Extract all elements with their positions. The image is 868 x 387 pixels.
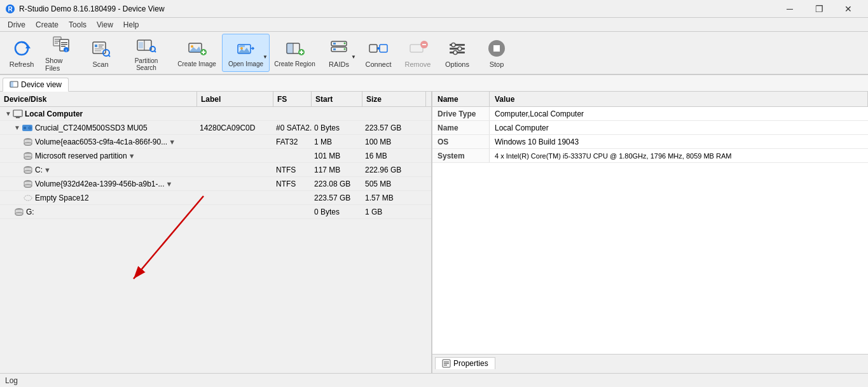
svg-marker-29 — [189, 46, 202, 52]
start-cell: 0 Bytes — [312, 205, 362, 218]
title-bar-controls[interactable]: ─ ❐ ✕ — [775, 0, 863, 18]
tree-row[interactable]: Volume{932d42ea-1399-456b-a9b1-... ▼ NTF… — [0, 177, 431, 191]
stop-icon — [486, 38, 507, 59]
props-key: System — [432, 149, 490, 162]
scan-button[interactable]: Scan — [81, 34, 120, 72]
menu-help[interactable]: Help — [118, 19, 144, 31]
svg-point-25 — [150, 46, 155, 52]
start-cell: 223.57 GB — [312, 191, 362, 204]
connect-label: Connect — [366, 60, 392, 68]
props-value: Computer,Local Computer — [490, 107, 868, 120]
svg-rect-10 — [61, 44, 67, 45]
col-value-header: Value — [490, 92, 868, 106]
scan-label: Scan — [92, 60, 108, 68]
svg-rect-49 — [380, 45, 387, 52]
g-drive-icon — [14, 208, 24, 216]
fs-cell — [273, 205, 312, 218]
crucial-ssd-label: Crucial_CT240M500SSD3 MU05 — [35, 123, 148, 132]
label-cell — [197, 135, 273, 148]
label-cell — [197, 107, 273, 120]
volume-932d-dropdown[interactable]: ▼ — [166, 180, 173, 188]
svg-rect-65 — [13, 110, 22, 116]
tree-row[interactable]: C: ▼ NTFS 117 MB 222.96 GB — [0, 163, 431, 177]
svg-point-79 — [24, 184, 32, 187]
close-button[interactable]: ✕ — [834, 0, 863, 18]
connect-button[interactable]: Connect — [359, 34, 397, 72]
create-image-button[interactable]: Create Image — [173, 34, 221, 72]
expand-icon[interactable]: ▼ — [14, 124, 20, 131]
title-bar-text: R-Studio Demo 8.16.180499 - Device View — [19, 4, 165, 13]
minimize-button[interactable]: ─ — [775, 0, 804, 18]
c-drive-dropdown[interactable]: ▼ — [44, 166, 51, 174]
menu-create[interactable]: Create — [31, 19, 64, 31]
svg-rect-19 — [95, 50, 101, 52]
props-value: Local Computer — [490, 121, 868, 134]
stop-button[interactable]: Stop — [478, 34, 516, 72]
tree-row[interactable]: ▼ Local Computer — [0, 107, 431, 121]
svg-rect-11 — [61, 46, 65, 47]
device-name-cell: G: — [0, 205, 197, 218]
device-name-cell: Microsoft reserved partition ▼ — [0, 149, 197, 162]
tree-row[interactable]: Volume{eaac6053-c9fa-4c1a-866f-90... ▼ F… — [0, 135, 431, 149]
col-start: Start — [312, 92, 362, 106]
svg-rect-62 — [493, 45, 500, 52]
volume-932d-icon — [23, 180, 33, 188]
svg-point-71 — [29, 127, 31, 129]
size-cell: 505 MB — [362, 177, 426, 190]
menu-tools[interactable]: Tools — [64, 19, 92, 31]
show-files-icon: i — [51, 34, 71, 55]
props-row: System 4 x Intel(R) Core(TM) i5-3337U CP… — [432, 149, 868, 163]
remove-label: Remove — [405, 60, 431, 68]
create-region-button[interactable]: Create Region — [271, 34, 319, 72]
menu-drive[interactable]: Drive — [3, 19, 31, 31]
open-image-dropdown-arrow: ▼ — [263, 54, 268, 60]
fs-cell — [273, 191, 312, 204]
tree-row[interactable]: Empty Space12 223.57 GB 1.57 MB — [0, 191, 431, 205]
status-text: Log — [5, 376, 18, 385]
svg-point-82 — [15, 212, 23, 215]
open-image-icon — [236, 38, 256, 59]
refresh-button[interactable]: Refresh — [3, 34, 41, 72]
partition-search-button[interactable]: Partition Search — [121, 34, 172, 72]
device-name-cell: Volume{932d42ea-1399-456b-a9b1-... ▼ — [0, 177, 197, 190]
properties-panel: Name Value Drive Type Computer,Local Com… — [432, 92, 868, 373]
show-files-button[interactable]: i Show Files — [42, 34, 80, 72]
tree-row[interactable]: ▼ Crucial_CT240M500SSD3 MU05 14280CA09C0… — [0, 121, 431, 135]
toolbar: Refresh i Show Files — [0, 32, 868, 75]
start-cell: 1 MB — [312, 135, 362, 148]
svg-point-28 — [191, 45, 193, 48]
device-name-cell: Empty Space12 — [0, 191, 197, 204]
label-cell — [197, 205, 273, 218]
title-bar: R R-Studio Demo 8.16.180499 - Device Vie… — [0, 0, 868, 18]
tree-row[interactable]: Microsoft reserved partition ▼ 101 MB 16… — [0, 149, 431, 163]
col-device-disk: Device/Disk — [0, 92, 197, 106]
partition-search-icon — [136, 35, 156, 55]
restore-button[interactable]: ❐ — [804, 0, 834, 18]
properties-tab[interactable]: Properties — [435, 357, 495, 369]
device-name-cell: ▼ Crucial_CT240M500SSD3 MU05 — [0, 121, 197, 134]
svg-rect-5 — [55, 39, 60, 40]
options-button[interactable]: Options — [438, 34, 476, 72]
tree-row[interactable]: G: 0 Bytes 1 GB — [0, 205, 431, 219]
volume-dropdown[interactable]: ▼ — [169, 138, 176, 146]
open-image-button[interactable]: Open Image ▼ — [222, 34, 270, 72]
menu-view[interactable]: View — [92, 19, 118, 31]
tree-header: Device/Disk Label FS Start Size — [0, 92, 431, 107]
svg-rect-66 — [15, 116, 21, 117]
raids-button[interactable]: RAIDs ▼ — [320, 34, 358, 72]
ms-reserved-dropdown[interactable]: ▼ — [128, 152, 135, 160]
svg-marker-35 — [238, 48, 251, 53]
remove-button[interactable]: Remove — [399, 34, 437, 72]
svg-rect-15 — [95, 45, 97, 47]
start-cell: 223.08 GB — [312, 177, 362, 190]
expand-icon[interactable]: ▼ — [5, 110, 11, 117]
volume-932d-label: Volume{932d42ea-1399-456b-a9b1-... — [35, 179, 165, 188]
raids-icon — [329, 38, 349, 59]
show-files-label: Show Files — [45, 57, 77, 72]
props-row: Name Local Computer — [432, 121, 868, 135]
device-view-tab[interactable]: Device view — [3, 78, 69, 92]
svg-point-60 — [453, 50, 457, 54]
device-panel: Device/Disk Label FS Start Size ▼ Local … — [0, 92, 432, 373]
col-name-header: Name — [432, 92, 490, 106]
size-cell: 100 MB — [362, 135, 426, 148]
